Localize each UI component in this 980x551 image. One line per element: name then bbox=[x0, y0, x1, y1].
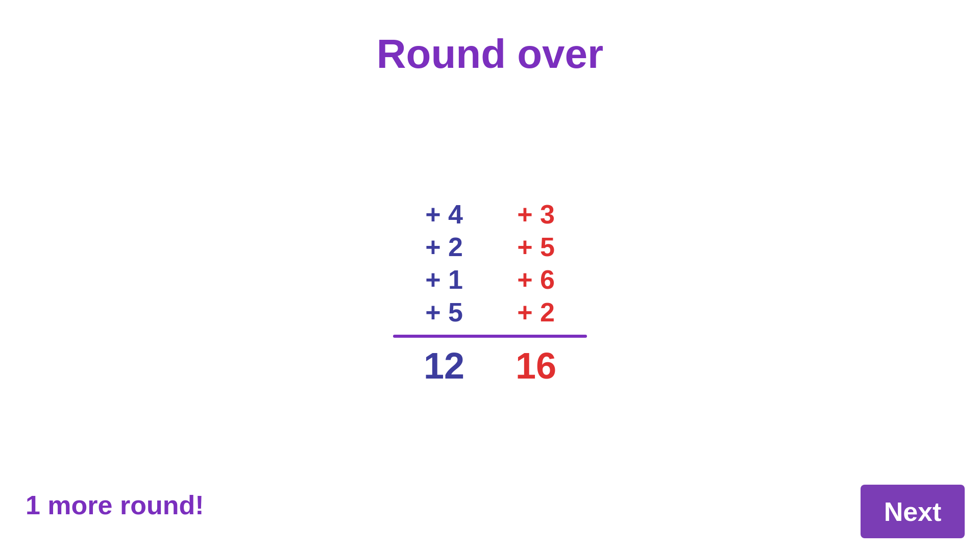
total-red: 16 bbox=[495, 345, 577, 387]
score-row-4: + 5 + 2 bbox=[393, 297, 587, 328]
next-button[interactable]: Next bbox=[861, 485, 965, 538]
row1-blue: + 4 bbox=[403, 199, 485, 230]
total-blue: 12 bbox=[403, 345, 485, 387]
page-title: Round over bbox=[0, 0, 980, 78]
row3-red: + 6 bbox=[495, 264, 577, 295]
score-row-2: + 2 + 5 bbox=[393, 232, 587, 262]
score-row-3: + 1 + 6 bbox=[393, 264, 587, 295]
totals-row: 12 16 bbox=[393, 345, 587, 387]
row2-blue: + 2 bbox=[403, 232, 485, 262]
row4-blue: + 5 bbox=[403, 297, 485, 328]
scores-container: + 4 + 3 + 2 + 5 + 1 + 6 + 5 + 2 12 16 bbox=[393, 199, 587, 387]
row3-blue: + 1 bbox=[403, 264, 485, 295]
row2-red: + 5 bbox=[495, 232, 577, 262]
divider-line bbox=[393, 335, 587, 338]
score-rows: + 4 + 3 + 2 + 5 + 1 + 6 + 5 + 2 12 16 bbox=[393, 199, 587, 387]
more-rounds-label: 1 more round! bbox=[26, 490, 204, 520]
row1-red: + 3 bbox=[495, 199, 577, 230]
row4-red: + 2 bbox=[495, 297, 577, 328]
score-row-1: + 4 + 3 bbox=[393, 199, 587, 230]
